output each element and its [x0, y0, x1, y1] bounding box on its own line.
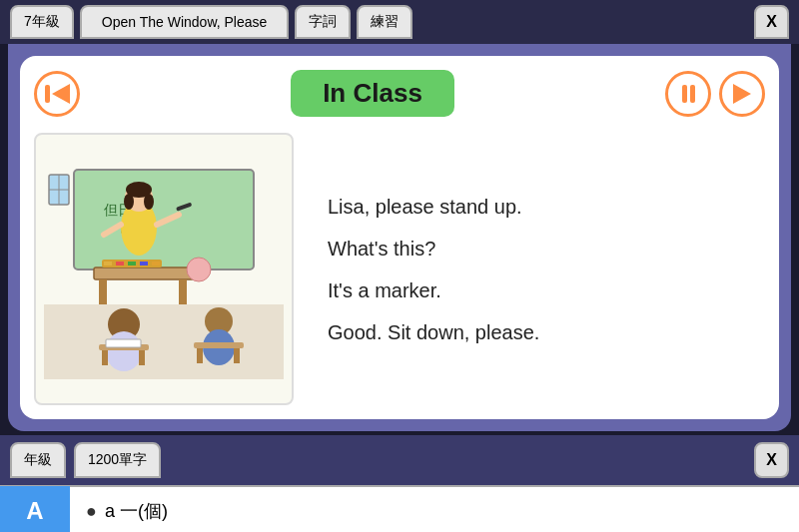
- vocab-bar: A ● a 一(個): [0, 485, 799, 532]
- svg-rect-25: [102, 350, 108, 365]
- dialogue-line-1: Lisa, please stand up.: [328, 193, 765, 221]
- svg-rect-27: [106, 339, 141, 347]
- svg-rect-4: [99, 279, 107, 304]
- back-bar: [45, 85, 50, 103]
- svg-rect-30: [194, 342, 244, 348]
- play-button[interactable]: [719, 71, 765, 117]
- lesson-title: In Class: [291, 70, 454, 117]
- svg-rect-3: [94, 267, 194, 279]
- vocab-letter: A: [0, 486, 70, 532]
- pause-bar-2: [690, 85, 695, 103]
- svg-point-17: [144, 194, 154, 210]
- vocab-bullet: ●: [86, 501, 97, 522]
- bottom-tab-words[interactable]: 1200單字: [74, 442, 161, 478]
- svg-point-16: [124, 194, 134, 210]
- dialogue-section: Lisa, please stand up. What's this? It's…: [318, 133, 765, 405]
- tab-practice[interactable]: 練習: [357, 5, 412, 39]
- bottom-close-button[interactable]: X: [754, 442, 789, 478]
- main-area: In Class: [8, 44, 791, 431]
- svg-rect-31: [197, 348, 203, 363]
- svg-rect-7: [104, 262, 112, 266]
- content-card: In Class: [20, 56, 779, 419]
- svg-rect-10: [140, 262, 148, 266]
- top-close-button[interactable]: X: [754, 5, 789, 39]
- dialogue-line-3: It's a marker.: [328, 276, 765, 304]
- svg-rect-21: [44, 304, 284, 379]
- tab-lesson[interactable]: Open The Window, Please: [80, 5, 290, 39]
- svg-point-12: [187, 258, 211, 281]
- classroom-svg: 但日生 ら: [44, 160, 284, 379]
- card-header: In Class: [34, 70, 765, 117]
- vocab-content: ● a 一(個): [70, 499, 184, 523]
- svg-rect-32: [234, 348, 240, 363]
- svg-rect-26: [139, 350, 145, 365]
- back-icon: [45, 84, 70, 104]
- bottom-panel: 年級 1200單字 X: [0, 435, 799, 485]
- vocab-text: a 一(個): [105, 499, 168, 523]
- pause-icon: [682, 85, 695, 103]
- pause-bar-1: [682, 85, 687, 103]
- header-right-buttons: [665, 71, 765, 117]
- card-body: 但日生 ら: [34, 133, 765, 405]
- classroom-illustration: 但日生 ら: [34, 133, 294, 405]
- dialogue-line-4: Good. Sit down, please.: [328, 318, 765, 346]
- tab-grade[interactable]: 7年級: [10, 5, 74, 39]
- bottom-tab-grade[interactable]: 年級: [10, 442, 66, 478]
- svg-rect-9: [128, 262, 136, 266]
- svg-point-23: [106, 331, 142, 371]
- dialogue-line-2: What's this?: [328, 235, 765, 263]
- top-bar: 7年級 Open The Window, Please 字詞 練習 X: [0, 0, 799, 44]
- svg-rect-5: [179, 279, 187, 304]
- svg-rect-8: [116, 262, 124, 266]
- tab-vocabulary[interactable]: 字詞: [295, 5, 351, 39]
- svg-rect-11: [152, 262, 160, 266]
- back-triangle: [52, 84, 70, 104]
- pause-button[interactable]: [665, 71, 711, 117]
- back-button[interactable]: [34, 71, 80, 117]
- play-icon: [733, 84, 751, 104]
